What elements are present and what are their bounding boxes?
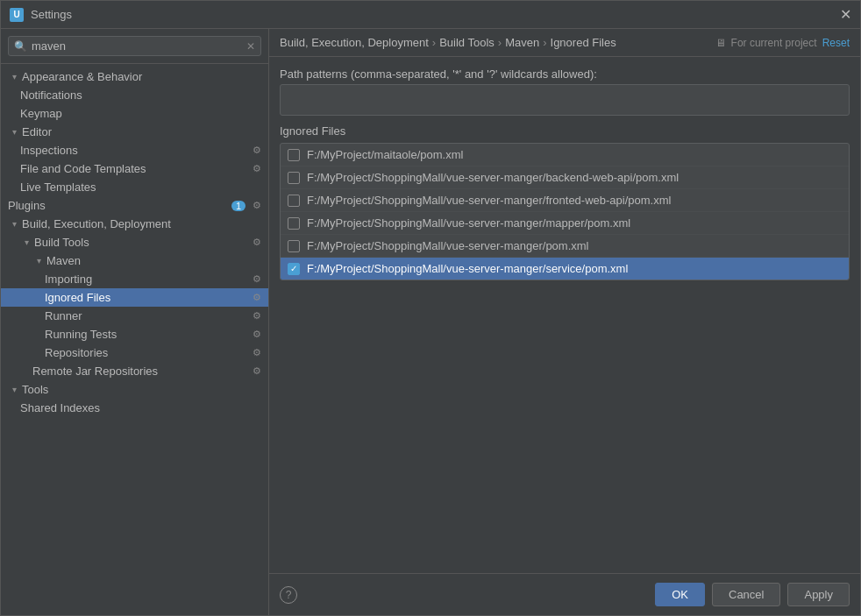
app-icon: U	[10, 8, 24, 22]
bottom-buttons: OK Cancel Apply	[655, 583, 850, 606]
sidebar-item-runner[interactable]: Runner ⚙	[1, 307, 268, 325]
sidebar-item-maven[interactable]: ▾ Maven	[1, 251, 268, 270]
sidebar-item-running-tests[interactable]: Running Tests ⚙	[1, 325, 268, 343]
breadcrumb-sep-3: ›	[543, 36, 546, 49]
breadcrumb-part-2: Build Tools	[439, 36, 495, 49]
file-checkbox-2[interactable]	[288, 195, 300, 207]
file-checkbox-0[interactable]	[288, 149, 300, 161]
close-button[interactable]: ✕	[840, 8, 851, 22]
expand-icon: ▾	[8, 126, 20, 138]
window-title: Settings	[31, 8, 840, 21]
reset-link[interactable]: Reset	[822, 37, 850, 49]
main-panel: Build, Execution, Deployment › Build Too…	[269, 29, 860, 615]
breadcrumb-sep-1: ›	[432, 36, 436, 49]
sidebar-item-shared-indexes[interactable]: Shared Indexes	[1, 399, 268, 417]
breadcrumb-sep-2: ›	[498, 36, 502, 49]
file-item-0[interactable]: F:/MyProject/maitaole/pom.xml	[281, 144, 849, 166]
config-icon: ⚙	[253, 163, 261, 174]
config-icon: ⚙	[253, 329, 261, 340]
path-patterns-input[interactable]	[280, 84, 850, 116]
file-item-1[interactable]: F:/MyProject/ShoppingMall/vue-server-man…	[281, 166, 849, 189]
breadcrumb-part-3: Maven	[505, 36, 539, 49]
expand-icon: ▾	[8, 384, 20, 396]
config-icon: ⚙	[253, 347, 261, 358]
sidebar-item-keymap[interactable]: Keymap	[1, 104, 268, 123]
file-path-2: F:/MyProject/ShoppingMall/vue-server-man…	[307, 194, 671, 207]
expand-icon: ▾	[8, 71, 20, 83]
config-icon: ⚙	[253, 237, 261, 248]
plugins-badge: 1	[231, 201, 245, 211]
file-checkbox-4[interactable]	[288, 240, 300, 252]
help-button[interactable]: ?	[280, 586, 297, 604]
titlebar: U Settings ✕	[1, 1, 860, 29]
sidebar-item-repositories[interactable]: Repositories ⚙	[1, 343, 268, 362]
file-item-3[interactable]: F:/MyProject/ShoppingMall/vue-server-man…	[281, 212, 849, 235]
search-wrapper[interactable]: 🔍 ✕	[8, 36, 261, 56]
breadcrumb-part-4: Ignored Files	[551, 36, 616, 49]
breadcrumb: Build, Execution, Deployment › Build Too…	[269, 29, 860, 57]
bottom-bar: ? OK Cancel Apply	[269, 573, 860, 615]
settings-tree: ▾ Appearance & Behavior Notifications Ke…	[1, 64, 268, 615]
config-icon: ⚙	[253, 145, 261, 156]
config-icon: ⚙	[253, 310, 261, 322]
sidebar-item-ignored-files[interactable]: Ignored Files ⚙	[1, 288, 268, 307]
search-box: 🔍 ✕	[1, 29, 268, 64]
sidebar-item-appearance[interactable]: ▾ Appearance & Behavior	[1, 67, 268, 86]
config-icon: ⚙	[253, 365, 261, 377]
ok-button[interactable]: OK	[655, 583, 705, 606]
file-path-0: F:/MyProject/maitaole/pom.xml	[307, 148, 463, 161]
config-icon: ⚙	[253, 292, 261, 303]
file-item-4[interactable]: F:/MyProject/ShoppingMall/vue-server-man…	[281, 235, 849, 258]
path-patterns-label: Path patterns (comma-separated, '*' and …	[280, 67, 850, 81]
path-patterns-section: Path patterns (comma-separated, '*' and …	[280, 67, 850, 116]
config-icon: ⚙	[253, 273, 261, 285]
file-item-5[interactable]: ✓ F:/MyProject/ShoppingMall/vue-server-m…	[281, 258, 849, 280]
sidebar-item-inspections[interactable]: Inspections ⚙	[1, 141, 268, 159]
sidebar-item-editor[interactable]: ▾ Editor	[1, 123, 268, 141]
search-icon: 🔍	[14, 40, 27, 53]
file-path-1: F:/MyProject/ShoppingMall/vue-server-man…	[307, 171, 679, 184]
sidebar-item-build-execution[interactable]: ▾ Build, Execution, Deployment	[1, 215, 268, 233]
project-icon: 🖥	[715, 37, 726, 49]
file-path-5: F:/MyProject/ShoppingMall/vue-server-man…	[307, 262, 628, 275]
breadcrumb-part-1: Build, Execution, Deployment	[280, 36, 429, 49]
sidebar-item-file-code-templates[interactable]: File and Code Templates ⚙	[1, 159, 268, 178]
main-content: 🔍 ✕ ▾ Appearance & Behavior Notification…	[1, 29, 860, 615]
panel-content: Path patterns (comma-separated, '*' and …	[269, 57, 860, 573]
sidebar-item-notifications[interactable]: Notifications	[1, 86, 268, 104]
settings-window: U Settings ✕ 🔍 ✕ ▾ Appearance & Behavior	[0, 0, 861, 616]
sidebar-item-plugins[interactable]: Plugins 1 ⚙	[1, 196, 268, 215]
sidebar: 🔍 ✕ ▾ Appearance & Behavior Notification…	[1, 29, 269, 615]
config-icon: ⚙	[253, 200, 261, 211]
sidebar-item-live-templates[interactable]: Live Templates	[1, 178, 268, 196]
cancel-button[interactable]: Cancel	[712, 583, 780, 606]
file-checkbox-1[interactable]	[288, 172, 300, 184]
expand-icon: ▾	[8, 218, 20, 230]
search-input[interactable]	[32, 39, 246, 53]
file-item-2[interactable]: F:/MyProject/ShoppingMall/vue-server-man…	[281, 189, 849, 212]
apply-button[interactable]: Apply	[787, 583, 850, 606]
file-list: F:/MyProject/maitaole/pom.xml F:/MyProje…	[280, 143, 850, 280]
sidebar-item-remote-jar-repositories[interactable]: Remote Jar Repositories ⚙	[1, 362, 268, 380]
expand-icon: ▾	[32, 255, 45, 267]
file-path-4: F:/MyProject/ShoppingMall/vue-server-man…	[307, 239, 589, 252]
ignored-files-label: Ignored Files	[280, 124, 850, 138]
file-checkbox-5[interactable]: ✓	[288, 263, 300, 275]
ignored-files-section: Ignored Files F:/MyProject/maitaole/pom.…	[280, 124, 850, 280]
file-path-3: F:/MyProject/ShoppingMall/vue-server-man…	[307, 216, 630, 230]
sidebar-item-importing[interactable]: Importing ⚙	[1, 270, 268, 288]
expand-icon: ▾	[20, 237, 32, 249]
clear-search-icon[interactable]: ✕	[246, 40, 255, 53]
sidebar-item-build-tools[interactable]: ▾ Build Tools ⚙	[1, 233, 268, 251]
for-project-label: 🖥 For current project Reset	[715, 37, 850, 49]
file-checkbox-3[interactable]	[288, 217, 300, 230]
sidebar-item-tools[interactable]: ▾ Tools	[1, 380, 268, 399]
